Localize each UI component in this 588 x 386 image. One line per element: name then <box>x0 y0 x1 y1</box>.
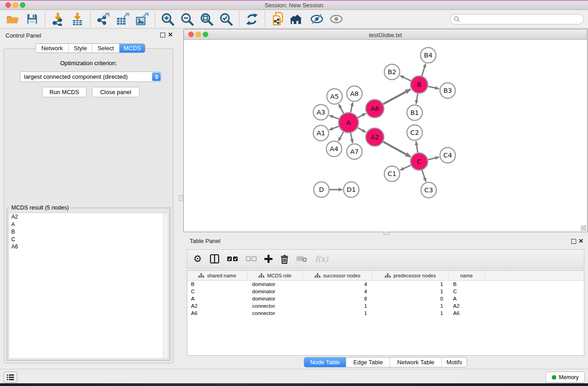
export-image-icon[interactable] <box>134 11 150 27</box>
search-field[interactable] <box>450 14 584 24</box>
delete-column-icon[interactable] <box>280 253 289 265</box>
edge-C-C3[interactable] <box>422 170 426 182</box>
delete-table-icon[interactable] <box>296 253 307 265</box>
zoom-in-icon[interactable] <box>159 11 176 27</box>
result-list-item[interactable]: A6 <box>9 243 168 251</box>
result-list-item[interactable]: C <box>9 236 168 243</box>
edge-A-A3[interactable] <box>329 115 339 119</box>
table-cell[interactable]: 8 <box>303 296 373 301</box>
memory-button[interactable]: Memory <box>545 372 585 383</box>
home-icon[interactable] <box>289 11 306 27</box>
table-cell[interactable]: 1 <box>303 310 373 316</box>
table-cell[interactable]: A2 <box>449 303 485 309</box>
column-header-predecessor-nodes[interactable]: predecessor nodes <box>373 271 449 280</box>
tab-edge-table[interactable]: Edge Table <box>346 357 390 367</box>
import-network-icon[interactable] <box>49 11 66 27</box>
scrollbar[interactable] <box>163 213 168 358</box>
export-network-icon[interactable] <box>95 11 111 27</box>
tab-style[interactable]: Style <box>68 44 92 52</box>
edge-B-B2[interactable] <box>400 76 411 81</box>
edge-C-C1[interactable] <box>400 165 411 170</box>
close-panel-button[interactable]: Close panel <box>92 87 139 97</box>
table-cell[interactable]: 1 <box>303 303 373 309</box>
table-row[interactable]: Adominator80A <box>187 295 584 302</box>
resize-handle-icon[interactable] <box>581 225 586 231</box>
table-cell[interactable]: A6 <box>187 310 248 316</box>
export-table-icon[interactable] <box>114 11 131 27</box>
table-cell[interactable]: connector <box>248 303 303 309</box>
result-list-item[interactable]: B <box>9 228 168 236</box>
tab-network-table[interactable]: Network Table <box>390 357 441 367</box>
network-window-title-bar[interactable]: testGlobe.txt <box>184 29 587 40</box>
column-header-successor-nodes[interactable]: successor nodes <box>303 271 373 280</box>
run-mcds-button[interactable]: Run MCDS <box>42 87 86 97</box>
table-cell[interactable]: 4 <box>303 281 373 287</box>
edge-C-C4[interactable] <box>428 157 439 159</box>
save-session-icon[interactable] <box>24 11 40 27</box>
column-header-name[interactable]: name <box>449 271 485 280</box>
import-table-icon[interactable] <box>69 11 86 27</box>
edge-A2-C[interactable] <box>383 142 411 157</box>
close-panel-icon[interactable]: ✕ <box>578 238 583 244</box>
column-header-shared-name[interactable]: shared name <box>187 271 248 280</box>
tab-motifs[interactable]: Motifs <box>441 357 467 367</box>
table-cell[interactable]: A2 <box>187 303 248 309</box>
table-cell[interactable]: 1 <box>373 281 449 287</box>
edge-B-B3[interactable] <box>428 86 439 89</box>
table-body[interactable]: Bdominator41BCdominator41CAdominator80AA… <box>187 281 584 317</box>
table-cell[interactable]: C <box>187 289 248 294</box>
vertical-splitter-handle[interactable] <box>383 232 389 235</box>
settings-gear-icon[interactable]: ⚙ <box>193 253 202 265</box>
table-cell[interactable]: B <box>449 281 485 287</box>
tab-mcds[interactable]: MCDS <box>119 44 145 52</box>
show-graphics-icon[interactable] <box>328 11 344 27</box>
table-cell[interactable]: B <box>187 281 248 287</box>
table-cell[interactable]: A6 <box>449 310 485 316</box>
zoom-out-icon[interactable] <box>179 11 196 27</box>
deselect-all-icon[interactable] <box>246 253 257 265</box>
table-row[interactable]: A6connector11A6 <box>187 310 584 317</box>
edge-A-A1[interactable] <box>329 126 339 130</box>
table-cell[interactable]: 1 <box>373 303 449 309</box>
edge-B-B1[interactable] <box>416 94 418 104</box>
edge-A-A7[interactable] <box>351 133 353 143</box>
mcds-result-list[interactable]: A2ABCA6 <box>9 213 168 359</box>
table-cell[interactable]: dominator <box>248 296 303 301</box>
table-cell[interactable]: C <box>449 289 485 294</box>
table-cell[interactable]: A <box>449 296 485 301</box>
table-cell[interactable]: dominator <box>248 281 303 287</box>
edge-A-A8[interactable] <box>351 102 353 112</box>
criterion-dropdown[interactable]: largest connected component (directed) <box>20 71 162 82</box>
zoom-fit-icon[interactable] <box>198 11 215 27</box>
table-row[interactable]: A2connector11A2 <box>187 302 584 310</box>
edge-A6-B[interactable] <box>383 89 411 104</box>
hide-graphics-icon[interactable] <box>308 11 325 27</box>
table-cell[interactable]: 1 <box>373 289 449 294</box>
edge-A-A2[interactable] <box>358 128 366 132</box>
network-canvas-svg[interactable]: AA1A2A3A4A5A6A7A8BB1B2B3B4CC1C2C3C4DD1 <box>184 40 587 232</box>
tab-select[interactable]: Select <box>92 44 119 52</box>
zoom-selected-icon[interactable] <box>218 11 234 27</box>
open-session-icon[interactable] <box>4 11 21 27</box>
copy-network-icon[interactable] <box>269 11 286 27</box>
edge-A-A4[interactable] <box>338 132 343 141</box>
tab-network[interactable]: Network <box>36 44 68 52</box>
table-cell[interactable]: A <box>187 296 248 301</box>
column-header-mcds-role[interactable]: MCDS role <box>248 271 303 280</box>
close-panel-icon[interactable]: ✕ <box>168 31 173 38</box>
task-history-button[interactable] <box>4 372 17 383</box>
float-panel-icon[interactable] <box>571 239 576 244</box>
horizontal-splitter-handle[interactable] <box>179 195 183 201</box>
result-list-item[interactable]: A <box>9 221 168 229</box>
table-cell[interactable]: 4 <box>303 289 373 294</box>
table-cell[interactable]: 1 <box>373 310 449 316</box>
table-cell[interactable]: connector <box>248 310 303 316</box>
table-cell[interactable]: 0 <box>373 296 449 301</box>
split-columns-icon[interactable] <box>210 253 220 265</box>
search-input[interactable] <box>462 15 583 23</box>
edge-A-A6[interactable] <box>358 114 366 118</box>
refresh-icon[interactable] <box>244 11 260 27</box>
select-all-icon[interactable] <box>227 253 238 265</box>
edge-B-B4[interactable] <box>422 64 425 76</box>
edge-C-C2[interactable] <box>416 141 418 152</box>
